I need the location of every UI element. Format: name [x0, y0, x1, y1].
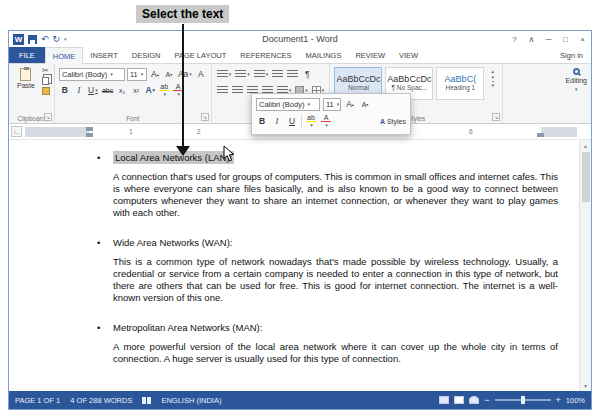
- format-painter-icon[interactable]: [42, 87, 50, 95]
- group-clipboard: Paste ✂ Clipboard: [9, 64, 55, 123]
- document-area[interactable]: • Local Area Networks (LAN): A connectio…: [9, 140, 591, 391]
- mini-toolbar-row-1: Calibri (Body) 11 A▴ A▾: [256, 97, 406, 111]
- scroll-down-icon[interactable]: ▾: [584, 382, 587, 389]
- mini-underline-button[interactable]: U: [286, 114, 298, 128]
- styles-dialog-launcher-icon[interactable]: [492, 113, 500, 121]
- text-highlight-icon[interactable]: ab: [158, 83, 170, 97]
- mini-italic-button[interactable]: I: [271, 114, 283, 128]
- mini-styles-label: Styles: [387, 118, 406, 125]
- mini-bold-button[interactable]: B: [256, 114, 268, 128]
- indent-marker-hanging[interactable]: [86, 133, 93, 137]
- multilevel-list-icon[interactable]: [253, 67, 270, 81]
- copy-icon[interactable]: [42, 77, 49, 85]
- decrease-indent-icon[interactable]: [271, 67, 284, 81]
- align-left-icon[interactable]: [216, 83, 229, 97]
- bullet-heading[interactable]: • Wide Area Networks (WAN):: [113, 237, 558, 248]
- style-preview: AaBbCcDc: [336, 75, 380, 84]
- bold-button[interactable]: B: [59, 83, 71, 97]
- zoom-in-button[interactable]: +: [556, 396, 561, 405]
- italic-button[interactable]: I: [73, 83, 85, 97]
- mini-shrink-font-icon[interactable]: A▾: [359, 97, 371, 111]
- font-size-combo[interactable]: 11: [127, 68, 147, 81]
- align-center-icon[interactable]: [231, 83, 244, 97]
- underline-button[interactable]: U: [87, 83, 99, 97]
- close-button[interactable]: ×: [574, 32, 591, 46]
- styles-scroll-down-icon[interactable]: ▾: [492, 75, 495, 80]
- group-editing[interactable]: Editing ▾: [562, 64, 591, 123]
- qat-dropdown-icon[interactable]: ▾: [64, 36, 67, 42]
- scrollbar-thumb[interactable]: [582, 152, 590, 202]
- zoom-level[interactable]: 100%: [566, 396, 585, 405]
- print-layout-icon[interactable]: [454, 396, 464, 404]
- tab-file[interactable]: FILE: [9, 47, 45, 63]
- zoom-out-button[interactable]: −: [484, 396, 489, 405]
- undo-icon[interactable]: ↶: [41, 35, 49, 44]
- language-indicator[interactable]: ENGLISH (INDIA): [161, 396, 221, 405]
- tab-design[interactable]: DESIGN: [125, 47, 168, 63]
- style-preview: AaBbC(: [445, 75, 477, 84]
- read-mode-icon[interactable]: [439, 396, 449, 404]
- vertical-scrollbar[interactable]: ▴ ▾: [579, 140, 591, 391]
- maximize-button[interactable]: □: [557, 32, 574, 46]
- superscript-button[interactable]: x²: [130, 83, 142, 97]
- proofing-book-icon[interactable]: [142, 397, 151, 404]
- numbering-icon[interactable]: [234, 67, 251, 81]
- pilcrow-icon[interactable]: ¶: [301, 67, 313, 81]
- bullets-icon[interactable]: [216, 67, 233, 81]
- mini-font-size-combo[interactable]: 11: [323, 98, 341, 111]
- styles-more-icon[interactable]: ▾: [492, 81, 495, 88]
- bullet-body[interactable]: This is a common type of network nowaday…: [113, 256, 558, 304]
- web-layout-icon[interactable]: [469, 396, 479, 404]
- font-dialog-launcher-icon[interactable]: [201, 113, 209, 121]
- style-heading-1[interactable]: AaBbC( Heading 1: [436, 67, 484, 100]
- ribbon-display-options-button[interactable]: ∧: [523, 32, 540, 46]
- redo-icon[interactable]: ↻: [53, 35, 61, 44]
- zoom-slider[interactable]: [495, 399, 551, 401]
- sign-in-link[interactable]: Sign in: [552, 47, 591, 63]
- indent-marker-left[interactable]: [86, 127, 93, 131]
- increase-indent-icon[interactable]: [286, 67, 299, 81]
- mini-highlight-icon[interactable]: ab: [305, 114, 317, 128]
- paste-button[interactable]: Paste: [13, 67, 39, 111]
- tab-mailings[interactable]: MAILINGS: [299, 47, 349, 63]
- clipboard-dialog-launcher-icon[interactable]: [44, 113, 52, 121]
- word-logo-icon[interactable]: W: [13, 34, 24, 45]
- shrink-font-icon[interactable]: A▾: [163, 67, 175, 81]
- mini-font-name-combo[interactable]: Calibri (Body): [256, 98, 320, 111]
- mini-styles-button[interactable]: A Styles: [380, 118, 406, 125]
- word-count[interactable]: 4 OF 288 WORDS: [70, 396, 132, 405]
- bullet-body[interactable]: A connection that's used for groups of c…: [113, 171, 558, 219]
- tab-references[interactable]: REFERENCES: [233, 47, 298, 63]
- indent-marker-right[interactable]: [537, 133, 544, 137]
- tab-selector-icon[interactable]: ∟: [11, 126, 22, 137]
- mini-grow-font-icon[interactable]: A▴: [344, 97, 356, 111]
- bullet-body[interactable]: A more powerful version of the local are…: [113, 341, 558, 365]
- text-effects-icon[interactable]: A: [144, 83, 156, 97]
- tab-view[interactable]: VIEW: [392, 47, 425, 63]
- tab-insert[interactable]: INSERT: [83, 47, 124, 63]
- scroll-up-icon[interactable]: ▴: [584, 142, 587, 149]
- save-icon[interactable]: [28, 35, 37, 44]
- zoom-slider-thumb[interactable]: [521, 396, 525, 404]
- clear-formatting-icon[interactable]: A: [195, 67, 207, 81]
- font-name-combo[interactable]: Calibri (Body): [59, 68, 125, 81]
- help-button[interactable]: ?: [506, 32, 523, 46]
- mini-font-color-icon[interactable]: A: [320, 114, 332, 128]
- page-indicator[interactable]: PAGE 1 OF 1: [15, 396, 60, 405]
- tab-page-layout[interactable]: PAGE LAYOUT: [167, 47, 233, 63]
- selected-text[interactable]: Local Area Networks (LAN):: [113, 151, 234, 164]
- grow-font-icon[interactable]: A▴: [149, 67, 161, 81]
- tab-home[interactable]: HOME: [45, 47, 84, 64]
- tab-review[interactable]: REVIEW: [348, 47, 392, 63]
- quick-access-toolbar: W ↶ ↻ ▾: [9, 34, 67, 45]
- change-case-icon[interactable]: Aa: [177, 67, 193, 81]
- editing-group-label: Editing: [566, 77, 587, 84]
- annotation-arrow-head: [176, 146, 190, 156]
- strikethrough-button[interactable]: abc: [101, 83, 114, 97]
- subscript-button[interactable]: x₂: [116, 83, 128, 97]
- cut-icon[interactable]: ✂: [42, 67, 50, 75]
- bullet-heading[interactable]: • Metropolitan Area Networks (MAN):: [113, 322, 558, 333]
- bullet-glyph: •: [97, 152, 100, 163]
- style-name: Heading 1: [446, 85, 476, 92]
- minimize-button[interactable]: ─: [540, 32, 557, 46]
